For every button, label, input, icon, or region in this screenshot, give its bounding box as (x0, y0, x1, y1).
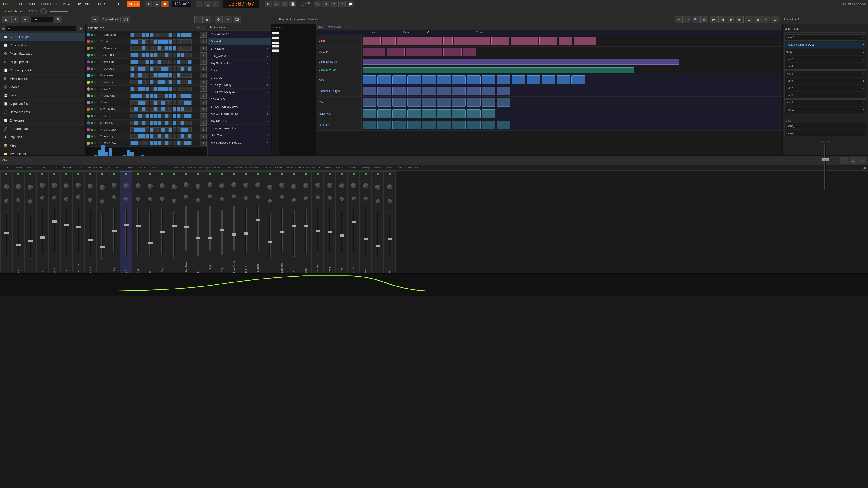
plugin-icon[interactable]: 🔌 (314, 1, 321, 7)
ch-aux-knob[interactable] (340, 197, 344, 201)
sidebar-item-current-project[interactable]: 📁Current project (0, 33, 86, 41)
cr-step[interactable] (134, 46, 138, 51)
ch-aux-knob[interactable] (16, 198, 20, 202)
cr-step[interactable] (142, 107, 146, 111)
ch-led[interactable] (389, 173, 391, 175)
cr-step[interactable] (161, 66, 165, 71)
ch-color-dot[interactable] (87, 88, 90, 91)
ch-fader[interactable] (365, 209, 366, 254)
cr-step[interactable] (142, 53, 146, 57)
cr-step[interactable] (153, 73, 157, 78)
cr-step[interactable] (142, 80, 146, 85)
ch-led[interactable] (329, 173, 331, 175)
cr-step[interactable] (157, 46, 161, 51)
record-button[interactable]: ⏺ (161, 1, 168, 7)
cr-step[interactable] (157, 127, 161, 132)
cr-step[interactable] (169, 39, 173, 44)
ch-fader-handle[interactable] (292, 225, 296, 227)
ch-led[interactable] (245, 173, 247, 175)
cr-step[interactable] (165, 80, 168, 85)
midi-icon[interactable]: ♫ (338, 1, 346, 7)
ch-led[interactable] (5, 173, 7, 175)
ch-fader[interactable] (66, 210, 67, 255)
ch-aux-knob[interactable] (196, 198, 200, 202)
cr-step[interactable] (130, 121, 134, 125)
ch-pan-knob[interactable] (219, 184, 224, 188)
cr-step[interactable] (157, 60, 161, 64)
save-icon[interactable]: 💾 (289, 1, 296, 7)
cr-step[interactable] (146, 114, 149, 119)
pl-clip-nh[interactable] (422, 109, 436, 118)
cr-step[interactable] (184, 107, 188, 111)
sidebar-item-backup[interactable]: 💾Backup (0, 91, 86, 100)
ch-pan-knob[interactable] (208, 182, 213, 187)
ch-color-dot[interactable] (87, 67, 90, 70)
instrument-item[interactable]: Stomper Lazer SFX› (208, 125, 271, 132)
cr-step[interactable] (180, 94, 184, 98)
cr-step[interactable] (180, 100, 184, 105)
instrument-item[interactable]: Closed Hat #4› (208, 31, 271, 38)
ch-knob-btn[interactable]: ⊕ (200, 73, 207, 78)
sidebar-item-recent-files[interactable]: 🕐Recent files (0, 41, 86, 50)
cr-step[interactable] (138, 80, 142, 85)
pl-clip[interactable] (382, 37, 396, 45)
cr-step[interactable] (130, 87, 134, 91)
time-sig-display[interactable]: 4/4 (317, 25, 324, 29)
pl-clip-kick[interactable] (393, 75, 406, 84)
pl-clip-clap[interactable] (363, 98, 376, 107)
cr-step[interactable] (161, 33, 165, 37)
cr-step[interactable] (169, 73, 173, 78)
cr-step[interactable] (184, 46, 188, 51)
ch-led[interactable] (293, 173, 295, 175)
ch-fader-handle[interactable] (88, 239, 93, 241)
cr-step[interactable] (134, 107, 138, 111)
pl-content-open-hat[interactable] (362, 119, 782, 130)
cr-step[interactable] (173, 107, 176, 111)
pl-clip-kick[interactable] (497, 75, 510, 84)
ch-active-led[interactable] (91, 81, 93, 84)
pl-clip[interactable] (574, 37, 596, 45)
piano-key-cs[interactable] (272, 35, 279, 36)
pl-clip-clap[interactable] (497, 98, 510, 107)
ch-active-led[interactable] (91, 122, 93, 124)
cr-step[interactable] (153, 107, 157, 111)
cr-step[interactable] (142, 94, 146, 98)
ch-pan-knob[interactable] (28, 185, 33, 190)
pl-clip-sc[interactable] (407, 87, 421, 95)
cr-step[interactable] (142, 134, 146, 139)
cr-step[interactable] (157, 100, 161, 105)
cr-step[interactable] (138, 87, 142, 91)
news-bar[interactable]: Click for online news (358, 2, 866, 6)
ch-fader[interactable] (101, 214, 103, 259)
ch-mute-led[interactable] (94, 115, 96, 117)
cr-step[interactable] (180, 134, 184, 139)
menu-options[interactable]: OPTIONS (75, 1, 91, 6)
inst-move-icon[interactable]: ✛ (215, 16, 223, 23)
sidebar-item-plugin-database[interactable]: 🔌Plugin database (0, 50, 86, 58)
sidebar-item-plugin-presets[interactable]: 🎛Plugin presets (0, 58, 86, 66)
mixer-min-icon[interactable]: _ (840, 157, 848, 164)
browser-up-icon[interactable]: ▲ (2, 16, 10, 23)
ch-aux-knob[interactable] (280, 195, 284, 199)
ch-active-led[interactable] (91, 68, 93, 70)
cr-step[interactable] (173, 46, 176, 51)
ch-aux-knob[interactable] (352, 196, 356, 200)
cr-step[interactable] (138, 100, 142, 105)
ch-fader-handle[interactable] (232, 233, 237, 236)
cr-step[interactable] (180, 60, 184, 64)
cr-step[interactable] (138, 141, 142, 145)
metronome-icon[interactable]: ♩ (196, 1, 203, 7)
ch-fader-handle[interactable] (136, 225, 141, 227)
cr-step[interactable] (142, 60, 146, 64)
cr-step[interactable] (161, 134, 165, 139)
cr-step[interactable] (146, 94, 149, 98)
ch-fader[interactable] (353, 208, 354, 254)
cr-step[interactable] (177, 87, 180, 91)
ch-aux-knob[interactable] (328, 196, 332, 200)
pl-back-icon[interactable]: ◀ (718, 16, 726, 23)
ch-fader-handle[interactable] (64, 224, 69, 226)
ch-color-dot[interactable] (87, 121, 90, 125)
ch-pan-knob[interactable] (148, 184, 153, 189)
ch-knob-btn[interactable]: ⊕ (200, 39, 207, 44)
ch-fader[interactable] (233, 205, 235, 251)
